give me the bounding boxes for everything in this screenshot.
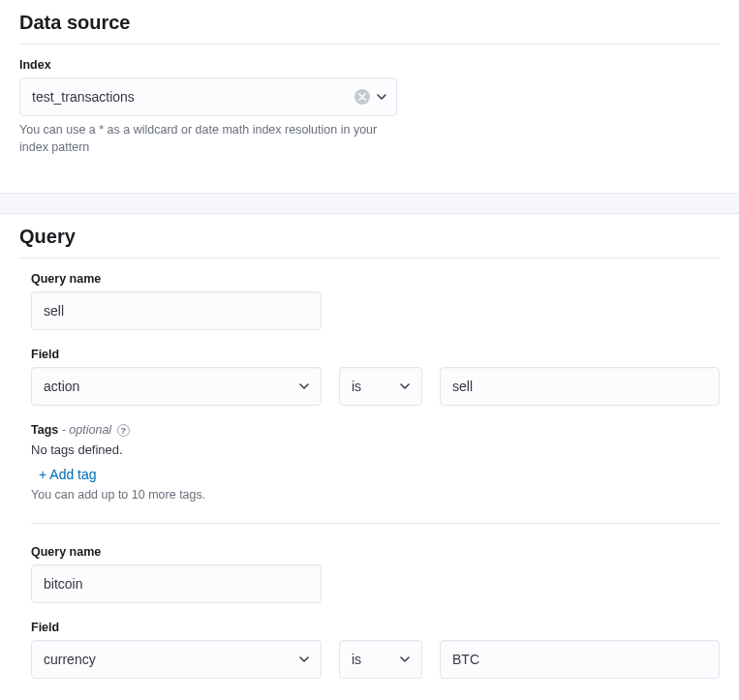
tags-label: Tags - optional ? xyxy=(31,423,720,437)
operator-select-wrap: is xyxy=(339,367,422,406)
operator-select[interactable]: is xyxy=(339,367,422,406)
field-select-wrap: action xyxy=(31,367,322,406)
index-row: Index You can use a * as a wildcard or d… xyxy=(19,58,720,156)
field-row: Field action is xyxy=(31,348,720,406)
query-title: Query xyxy=(19,226,720,259)
index-dropdown-toggle[interactable] xyxy=(376,90,389,104)
query-panel: Query Query name Field action is xyxy=(0,214,739,700)
close-icon xyxy=(358,93,366,101)
clear-index-button[interactable] xyxy=(354,89,370,105)
tags-optional: - optional xyxy=(58,423,111,437)
index-label: Index xyxy=(19,58,720,72)
field-label: Field xyxy=(31,621,720,634)
index-help-text: You can use a * as a wildcard or date ma… xyxy=(19,122,407,156)
field-row: Field currency is xyxy=(31,621,720,679)
query-name-input[interactable] xyxy=(31,564,322,603)
index-input-wrap xyxy=(19,77,397,116)
query-name-label: Query name xyxy=(31,272,720,286)
data-source-title: Data source xyxy=(19,12,720,45)
query-body: Query name Field action is xyxy=(19,272,720,679)
field-inputs: currency is xyxy=(31,640,720,679)
tags-row: Tags - optional ? No tags defined. + Add… xyxy=(31,423,720,502)
field-value-input[interactable] xyxy=(440,367,720,406)
tags-label-text: Tags xyxy=(31,423,58,437)
field-label: Field xyxy=(31,348,720,361)
help-icon[interactable]: ? xyxy=(117,424,130,437)
field-select-wrap: currency xyxy=(31,640,322,679)
add-tag-button[interactable]: + Add tag xyxy=(31,465,105,484)
panel-gap xyxy=(0,193,739,214)
query-name-row: Query name xyxy=(31,545,720,603)
field-select[interactable]: currency xyxy=(31,640,322,679)
data-source-panel: Data source Index You can use a * as a w… xyxy=(0,0,739,193)
query-divider xyxy=(31,523,720,524)
operator-select-wrap: is xyxy=(339,640,422,679)
chevron-down-icon xyxy=(376,91,387,103)
field-select[interactable]: action xyxy=(31,367,322,406)
no-tags-text: No tags defined. xyxy=(31,442,720,457)
operator-select[interactable]: is xyxy=(339,640,422,679)
field-inputs: action is xyxy=(31,367,720,406)
query-name-row: Query name xyxy=(31,272,720,330)
query-name-label: Query name xyxy=(31,545,720,559)
index-controls xyxy=(354,89,389,105)
index-input[interactable] xyxy=(19,77,397,116)
field-value-input[interactable] xyxy=(440,640,720,679)
tags-help-text: You can add up to 10 more tags. xyxy=(31,488,720,502)
query-name-input[interactable] xyxy=(31,291,322,330)
